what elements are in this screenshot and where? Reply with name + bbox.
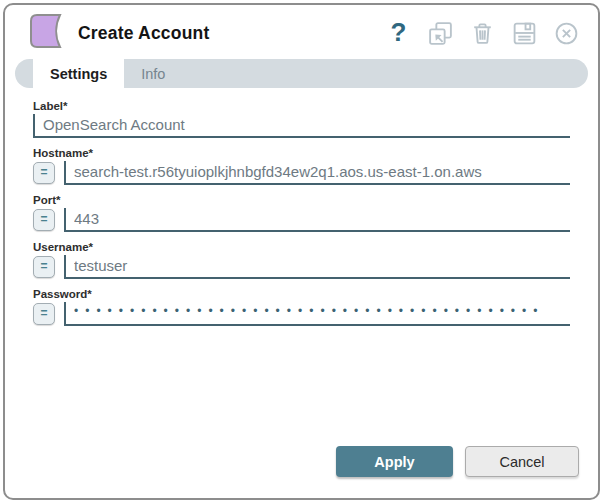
cancel-button[interactable]: Cancel bbox=[465, 446, 579, 477]
port-flow-variable-button[interactable]: = bbox=[33, 209, 55, 231]
hostname-flow-variable-button[interactable]: = bbox=[33, 162, 55, 184]
tab-settings-label: Settings bbox=[50, 66, 107, 82]
tab-info-label: Info bbox=[141, 66, 165, 82]
username-input[interactable] bbox=[64, 255, 570, 279]
open-external-icon[interactable] bbox=[427, 20, 454, 47]
create-account-dialog: Create Account ? bbox=[3, 3, 600, 500]
username-field-group: Username* = bbox=[33, 241, 570, 279]
help-icon[interactable]: ? bbox=[385, 20, 412, 47]
password-field-label: Password* bbox=[33, 288, 570, 300]
hostname-input[interactable] bbox=[64, 161, 570, 185]
settings-form: Label* Hostname* = Port* = Username* = bbox=[5, 88, 598, 326]
dialog-header: Create Account ? bbox=[5, 5, 598, 57]
label-field-group: Label* bbox=[33, 100, 570, 138]
password-input[interactable] bbox=[64, 302, 570, 326]
tab-bar: Settings Info bbox=[15, 59, 588, 88]
port-field-label: Port* bbox=[33, 194, 570, 206]
dialog-footer: Apply Cancel bbox=[336, 446, 579, 477]
node-icon bbox=[27, 12, 67, 54]
save-icon[interactable] bbox=[511, 20, 538, 47]
tab-info[interactable]: Info bbox=[124, 59, 182, 88]
password-flow-variable-button[interactable]: = bbox=[33, 303, 55, 325]
label-field-label: Label* bbox=[33, 100, 570, 112]
username-field-label: Username* bbox=[33, 241, 570, 253]
dialog-toolbar: ? bbox=[385, 20, 580, 47]
port-input[interactable] bbox=[64, 208, 570, 232]
hostname-field-group: Hostname* = bbox=[33, 147, 570, 185]
tab-bar-left-cap bbox=[15, 59, 33, 88]
port-field-group: Port* = bbox=[33, 194, 570, 232]
hostname-field-label: Hostname* bbox=[33, 147, 570, 159]
apply-button[interactable]: Apply bbox=[336, 446, 453, 477]
trash-icon[interactable] bbox=[469, 20, 496, 47]
dialog-title: Create Account bbox=[78, 23, 210, 44]
close-icon[interactable] bbox=[553, 20, 580, 47]
label-input[interactable] bbox=[33, 114, 570, 138]
username-flow-variable-button[interactable]: = bbox=[33, 256, 55, 278]
password-field-group: Password* = bbox=[33, 288, 570, 326]
tab-settings[interactable]: Settings bbox=[33, 59, 124, 88]
